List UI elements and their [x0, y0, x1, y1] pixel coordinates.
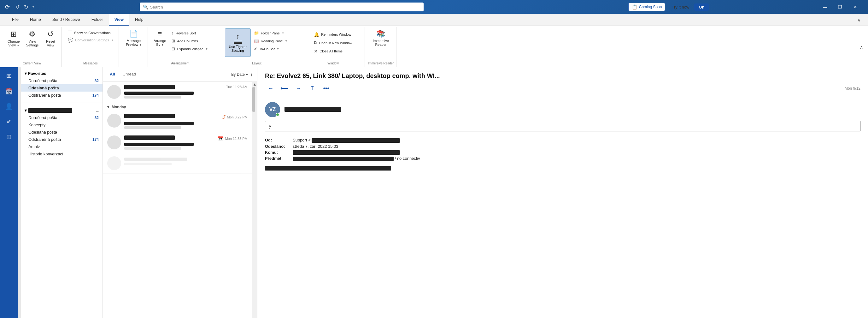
coming-soon-button[interactable]: 📋 Coming Soon: [628, 3, 665, 11]
conversation-settings-label: Conversation Settings: [75, 38, 109, 42]
current-view-label: Current View: [23, 62, 41, 66]
ribbon-right-collapse[interactable]: ∧: [860, 45, 866, 50]
predmet-end: / no connectiv: [395, 156, 420, 161]
use-tighter-spacing-button[interactable]: ↕ Use Tighter Spacing: [225, 28, 251, 57]
acc-inbox[interactable]: Doručená pošta 82: [21, 114, 102, 121]
tab-help[interactable]: Help: [129, 14, 149, 26]
ribbon-collapse-arrow[interactable]: ∧: [856, 16, 862, 24]
list-item[interactable]: ↺ Mon 3:22 PM: [103, 111, 252, 132]
tab-send-receive[interactable]: Send / Receive: [47, 14, 86, 26]
arrange-by-button[interactable]: ≡ ArrangeBy ▾: [151, 28, 168, 48]
open-new-window-button[interactable]: ⧉ Open in New Window: [312, 39, 354, 47]
change-view-button[interactable]: ⊞ ChangeView ▾: [5, 28, 22, 48]
expand-collapse-button[interactable]: ⊟ Expand/Collapse ▾: [170, 46, 209, 52]
to-do-bar-button[interactable]: ✔ To-Do Bar ▾: [252, 46, 289, 52]
tab-file[interactable]: File: [6, 14, 24, 26]
close-all-items-button[interactable]: ✕ Close All Items: [312, 48, 354, 55]
reading-pane-label: Reading Pane: [261, 39, 283, 43]
list-item[interactable]: [103, 153, 252, 174]
predmet-value: / no connectiv: [293, 156, 420, 161]
close-button[interactable]: ✕: [848, 0, 863, 14]
sort-direction-arrow[interactable]: ↑: [250, 72, 253, 77]
refresh-icon[interactable]: ⟳: [5, 3, 10, 10]
reset-view-button[interactable]: ↺ ResetView: [42, 28, 59, 48]
message-list-scroll[interactable]: Tue 11:28 AM ▾ Monday: [103, 82, 252, 318]
avatar: [107, 156, 121, 170]
arrangement-group: ≡ ArrangeBy ▾ ↕ Reverse Sort ⊞ Add Colum…: [149, 27, 212, 67]
account-header-left: ▾: [25, 108, 72, 113]
scrollbar-thumb[interactable]: [252, 87, 255, 112]
fav-sent[interactable]: Odeslaná pošta: [21, 84, 102, 92]
acc-sent[interactable]: Odeslaná pošta: [21, 128, 102, 136]
favorites-header[interactable]: ▾ Favorites: [21, 70, 102, 77]
date-group-arrow[interactable]: ▾: [107, 105, 109, 109]
tab-unread[interactable]: Unread: [120, 70, 139, 78]
msg-preview-redacted: [124, 96, 181, 98]
message-list-pane: All Unread By Date ▾ ↑ Tu: [103, 67, 257, 318]
acc-archive[interactable]: Archiv: [21, 143, 102, 150]
acc-inbox-count: 82: [95, 116, 99, 120]
msg-header-row: 📅 Mon 12:55 PM: [124, 136, 248, 142]
folder-pane-caret: ▾: [282, 32, 284, 35]
acc-drafts[interactable]: Koncepty: [21, 121, 102, 128]
reply-all-button[interactable]: ⟵: [279, 83, 290, 94]
immersive-reader-button[interactable]: 📚 Immersive Reader: [370, 28, 392, 48]
window-controls: — ❐ ✕: [817, 0, 863, 14]
show-conversations-checkbox[interactable]: [68, 31, 72, 35]
sort-control[interactable]: By Date ▾: [231, 72, 248, 77]
nav-apps[interactable]: ⊞: [2, 131, 15, 143]
nav-mail[interactable]: ✉: [2, 70, 15, 82]
forward-button[interactable]: →: [293, 83, 304, 94]
field-od: Od: Support <: [265, 138, 861, 143]
add-columns-button[interactable]: ⊞ Add Columns: [170, 37, 209, 44]
acc-conv-history-name: Historie konverzací: [28, 151, 99, 156]
odeslano-value: středa 7. září 2022 15:03: [293, 144, 338, 149]
account-name-redacted: [28, 108, 72, 113]
acc-deleted[interactable]: Odstraněná pošta 174: [21, 136, 102, 143]
ribbon-content: ⊞ ChangeView ▾ ⚙ ViewSettings ↺ ResetVie…: [0, 26, 868, 67]
view-settings-label: ViewSettings: [26, 39, 39, 47]
conversation-settings-button[interactable]: 💬 Conversation Settings ▾: [66, 37, 115, 44]
redo-dropdown[interactable]: ▾: [31, 4, 36, 10]
fav-deleted[interactable]: Odstraněná pošta 174: [21, 92, 102, 99]
fav-inbox[interactable]: Doručená pošta 82: [21, 77, 102, 84]
reminders-window-button[interactable]: 🔔 Reminders Window: [312, 31, 354, 38]
more-actions-button[interactable]: •••: [320, 83, 332, 94]
nav-people[interactable]: 👤: [2, 100, 15, 113]
layout-group: ↕ Use Tighter Spacing 📁 Folder Pane ▾: [213, 27, 301, 67]
immersive-reader-label: Immersive Reader: [373, 39, 389, 47]
teams-button[interactable]: T: [307, 83, 318, 94]
nav-calendar[interactable]: 📅: [2, 85, 15, 97]
nav-tasks[interactable]: ✔: [2, 115, 15, 128]
show-as-conversations-button[interactable]: Show as Conversations: [66, 30, 115, 36]
folder-pane-collapse-handle[interactable]: ‹: [18, 67, 21, 318]
tab-view[interactable]: View: [109, 14, 129, 26]
view-settings-button[interactable]: ⚙ ViewSettings: [24, 28, 41, 48]
scroll-up-button[interactable]: ▲: [252, 82, 257, 87]
on-toggle[interactable]: On: [694, 3, 709, 11]
fav-inbox-count: 82: [95, 79, 99, 83]
ribbon-tabs: File Home Send / Receive Folder View Hel…: [0, 14, 868, 26]
tab-folder[interactable]: Folder: [86, 14, 109, 26]
account-more-icon: ...: [96, 109, 99, 112]
title-bar: ⟳ ↺ ↻ ▾ 🔍 Search 📋 Coming Soon Try it no…: [0, 0, 868, 14]
od-redacted: [312, 138, 400, 143]
show-conversations-label: Show as Conversations: [74, 31, 111, 35]
tab-all[interactable]: All: [107, 70, 118, 78]
list-item[interactable]: 📅 Mon 12:55 PM: [103, 132, 252, 153]
message-preview-icon: 📄: [129, 30, 138, 38]
restore-button[interactable]: ❐: [833, 0, 848, 14]
account-header[interactable]: ▾ ...: [21, 107, 102, 114]
reading-pane-button[interactable]: 📖 Reading Pane ▾: [252, 37, 289, 44]
undo-button[interactable]: ↺: [13, 3, 22, 11]
message-preview-button[interactable]: 📄 MessagePreview ▾: [123, 28, 144, 48]
list-item[interactable]: Tue 11:28 AM: [103, 82, 252, 102]
folder-pane-button[interactable]: 📁 Folder Pane ▾: [252, 30, 289, 36]
reverse-sort-button[interactable]: ↕ Reverse Sort: [170, 30, 209, 36]
tab-home[interactable]: Home: [24, 14, 47, 26]
redo-button[interactable]: ↻: [22, 3, 30, 11]
reply-button[interactable]: ←: [265, 83, 276, 94]
acc-conv-history[interactable]: Historie konverzací: [21, 150, 102, 157]
minimize-button[interactable]: —: [817, 0, 833, 14]
search-bar[interactable]: 🔍 Search: [140, 2, 424, 11]
